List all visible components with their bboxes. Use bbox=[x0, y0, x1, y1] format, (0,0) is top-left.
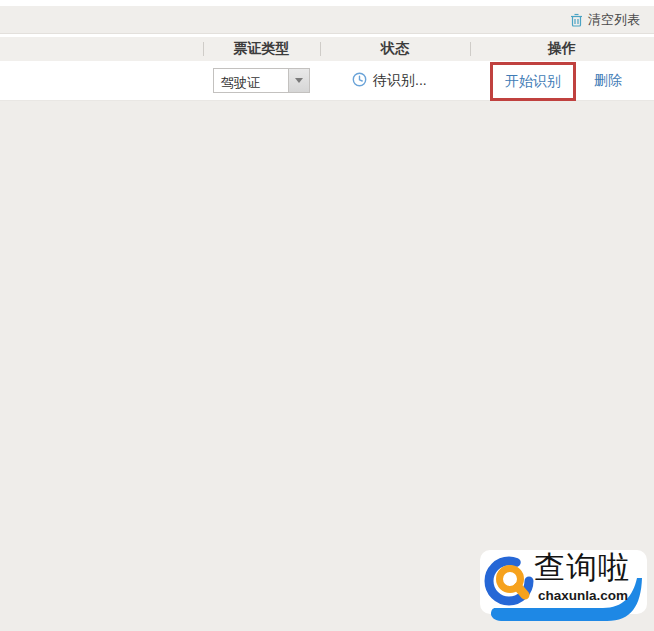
header-label-status: 状态 bbox=[381, 40, 409, 58]
start-recognition-button[interactable]: 开始识别 bbox=[505, 73, 561, 91]
header-label-actions: 操作 bbox=[548, 40, 576, 58]
header-col-type: 票证类型 bbox=[203, 37, 320, 61]
trash-icon bbox=[570, 13, 583, 27]
ticket-type-dropdown[interactable]: 驾驶证 bbox=[213, 68, 310, 93]
column-divider bbox=[320, 42, 321, 56]
header-col-status: 状态 bbox=[320, 37, 470, 61]
watermark-domain-text: chaxunla.com bbox=[538, 588, 628, 603]
magnifier-logo-icon bbox=[483, 553, 537, 609]
clear-list-button[interactable]: 清空列表 bbox=[570, 11, 640, 29]
clock-icon bbox=[352, 72, 367, 90]
column-divider bbox=[470, 42, 471, 56]
annotation-highlight-box: 开始识别 bbox=[490, 62, 576, 101]
empty-list-area: 查询啦 chaxunla.com bbox=[0, 101, 654, 631]
header-col-empty bbox=[0, 37, 203, 61]
chevron-down-icon bbox=[295, 78, 303, 83]
table-header: 票证类型 状态 操作 bbox=[0, 37, 654, 61]
watermark-brand-text: 查询啦 bbox=[534, 550, 630, 586]
header-col-actions: 操作 bbox=[470, 37, 654, 61]
status-text: 待识别... bbox=[373, 72, 427, 90]
toolbar: 清空列表 bbox=[0, 6, 654, 34]
dropdown-arrow-button[interactable] bbox=[288, 69, 309, 92]
column-divider bbox=[203, 42, 204, 56]
delete-button[interactable]: 删除 bbox=[594, 72, 622, 90]
status-cell: 待识别... bbox=[352, 61, 427, 100]
app-window: 清空列表 票证类型 状态 操作 驾驶证 bbox=[0, 0, 654, 631]
clear-list-label: 清空列表 bbox=[588, 11, 640, 29]
ticket-type-selected-value: 驾驶证 bbox=[214, 69, 288, 92]
table-row: 驾驶证 待识别... 开始识别 删除 bbox=[0, 61, 654, 101]
watermark-logo: 查询啦 chaxunla.com bbox=[479, 548, 649, 626]
header-label-type: 票证类型 bbox=[234, 40, 290, 58]
